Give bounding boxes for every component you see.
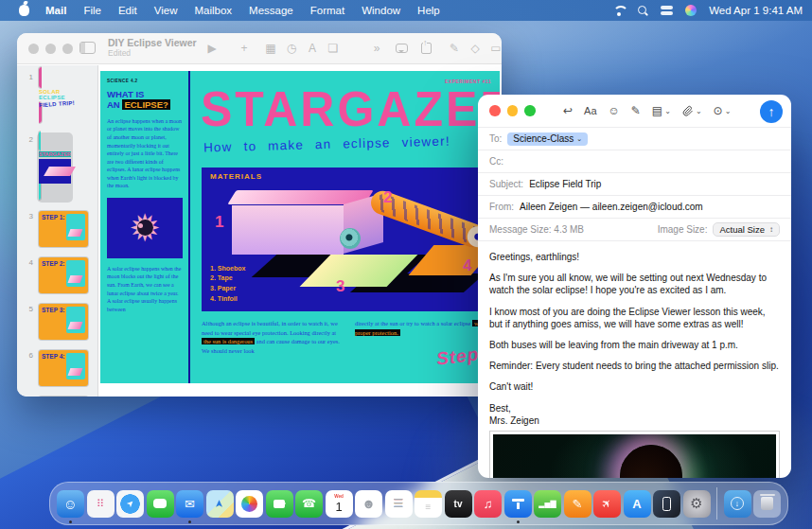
dock-launchpad-icon[interactable]: ⠿: [87, 490, 115, 518]
menu-format[interactable]: Format: [302, 5, 353, 16]
insert-photo-button[interactable]: ⊙⌄: [714, 104, 732, 117]
menu-mail[interactable]: Mail: [37, 5, 75, 16]
share-button[interactable]: [416, 40, 435, 57]
dock-trash-icon[interactable]: [753, 490, 781, 518]
slide-thumbnail-7[interactable]: 7 STEP 5:: [17, 395, 97, 397]
dock-maps-icon[interactable]: ➤: [206, 490, 234, 518]
menu-bar-clock[interactable]: Wed Apr 1 9:41 AM: [709, 5, 803, 16]
emoji-button[interactable]: ☺: [609, 104, 620, 117]
image-size-select[interactable]: Actual Size↕: [713, 222, 780, 237]
menu-help[interactable]: Help: [409, 5, 449, 16]
slide-thumbnail-5[interactable]: 5 STEP 3:: [17, 302, 97, 342]
image-size-label: Image Size:: [658, 224, 708, 235]
science-tag: SCIENCE 4.2: [107, 79, 182, 83]
to-field[interactable]: To: Science-Class⌄: [478, 127, 791, 150]
chart-button[interactable]: ◷: [282, 40, 301, 57]
message-body[interactable]: Greetings, earthlings! As I'm sure you a…: [478, 240, 791, 427]
writing-tools-button[interactable]: ✎: [631, 104, 641, 117]
dock-safari-icon[interactable]: ➤: [116, 490, 144, 518]
mail-compose-window: ↩ Aa ☺ ✎ ▤⌄ ⌄ ⊙⌄ ↑ To: Science-Class⌄ Cc…: [478, 95, 791, 478]
material-item-tape: 2. Tape: [210, 273, 245, 284]
close-button[interactable]: [489, 105, 501, 116]
menu-view[interactable]: View: [146, 5, 186, 16]
thumb-illustration: [66, 214, 85, 240]
send-button[interactable]: ↑: [760, 100, 783, 123]
format-text-button[interactable]: Aa: [584, 105, 596, 116]
siri-icon[interactable]: [685, 5, 697, 16]
chevron-down-icon: ⌄: [664, 107, 671, 115]
slide-number: 1: [17, 70, 33, 81]
attach-file-button[interactable]: ⌄: [682, 105, 702, 116]
stargazer-slide[interactable]: SCIENCE 4.2 WHAT IS AN ECLIPSE? An eclip…: [100, 71, 500, 383]
slide-thumbnail-2-selected[interactable]: 2 STARGAZER: [17, 132, 97, 203]
eclipse-moon: [620, 445, 682, 478]
slide-thumbnail-4[interactable]: 4 STEP 2:: [17, 256, 97, 295]
slide-thumbnail-3[interactable]: 3 STEP 1:: [17, 209, 97, 249]
recipient-token[interactable]: Science-Class⌄: [507, 132, 588, 146]
dock-reminders-icon[interactable]: ☰: [385, 490, 413, 518]
thumb-text: FIELD TRIP!: [39, 99, 75, 108]
sidebar-toggle-icon[interactable]: [79, 42, 96, 54]
table-button[interactable]: ▦: [261, 40, 280, 57]
zoom-button[interactable]: [524, 105, 536, 116]
mail-window-controls[interactable]: [489, 105, 536, 116]
control-center-icon[interactable]: [661, 6, 673, 15]
sun-illustration: ✹: [107, 198, 183, 258]
menu-window[interactable]: Window: [353, 5, 409, 16]
dock-keynote-icon[interactable]: [504, 490, 532, 518]
slide-number: 4: [17, 256, 33, 267]
cc-field[interactable]: Cc:: [478, 150, 791, 172]
menu-bar: Mail File Edit View Mailbox Message Form…: [0, 0, 812, 21]
slide-thumbnail-6[interactable]: 6 STEP 4:: [17, 348, 97, 388]
dock-downloads-icon[interactable]: ↓: [724, 490, 751, 518]
dock-contacts-icon[interactable]: ☻: [355, 490, 382, 518]
dock-notes-icon[interactable]: ≡: [415, 490, 442, 518]
dock-facetime-icon[interactable]: [266, 490, 293, 518]
safety-text-left: Although an eclipse is beautiful, in ord…: [202, 319, 342, 355]
dock-numbers-icon[interactable]: ▂▅▇: [534, 490, 561, 518]
shape-button[interactable]: ❏: [324, 40, 343, 57]
signature-line: Mrs. Zeigen: [489, 414, 780, 427]
menu-message[interactable]: Message: [240, 5, 302, 16]
thumb-illustration: [66, 307, 85, 333]
stargazer-title: STARGAZER: [201, 80, 500, 137]
dock-phone-icon[interactable]: ☎: [295, 490, 323, 518]
apple-menu-icon[interactable]: [19, 5, 29, 16]
minimize-button[interactable]: [507, 105, 519, 116]
menu-edit[interactable]: Edit: [110, 5, 146, 16]
slide-thumbnail-1[interactable]: 1 SOLAR ECLIPSE FIELD TRIP!: [17, 70, 97, 126]
dock-rocket-app-icon[interactable]: ✈: [593, 490, 621, 518]
dock-calendar-icon[interactable]: Wed 1: [326, 490, 353, 518]
material-number-3: 3: [336, 277, 344, 296]
text-box-button[interactable]: A: [303, 40, 322, 57]
dock-mail-icon[interactable]: ✉: [176, 490, 203, 518]
dock-music-icon[interactable]: ♫: [474, 490, 502, 518]
play-button[interactable]: ▶: [203, 40, 221, 57]
comment-button[interactable]: [392, 40, 411, 57]
material-item-tinfoil: 4. Tinfoil: [210, 294, 245, 305]
subject-field[interactable]: Subject: Eclipse Field Trip: [478, 172, 791, 195]
dock-tv-icon[interactable]: tv: [445, 490, 472, 518]
dock-photos-icon[interactable]: [236, 490, 263, 518]
menu-file[interactable]: File: [75, 5, 110, 16]
animate-button[interactable]: ◇: [466, 40, 485, 57]
dock-app-store-icon[interactable]: A: [624, 490, 651, 518]
keynote-window-controls[interactable]: [28, 44, 73, 54]
more-toolbar-items-button[interactable]: »: [367, 40, 386, 57]
header-fields-button[interactable]: ▤⌄: [652, 104, 671, 117]
dock-iphone-mirroring-icon[interactable]: [653, 490, 680, 518]
from-field[interactable]: From: Aileen Zeigen — aileen.zeigen@iclo…: [478, 195, 791, 218]
undo-button[interactable]: ↩: [563, 104, 573, 117]
attachment-photo-frame[interactable]: ✦: [489, 431, 780, 478]
size-row: Message Size: 4.3 MB Image Size: Actual …: [478, 218, 791, 240]
dock-system-settings-icon[interactable]: ⚙: [683, 490, 711, 518]
dock-messages-icon[interactable]: [147, 490, 174, 518]
dock-pages-icon[interactable]: ✎: [564, 490, 591, 518]
dock-finder-icon[interactable]: ☺: [57, 490, 84, 518]
insert-button[interactable]: +: [235, 40, 254, 57]
wifi-icon[interactable]: [612, 6, 626, 16]
search-icon[interactable]: [638, 6, 648, 16]
format-button[interactable]: ✎: [445, 40, 464, 57]
menu-mailbox[interactable]: Mailbox: [185, 5, 240, 16]
document-button[interactable]: ▭: [486, 40, 502, 57]
